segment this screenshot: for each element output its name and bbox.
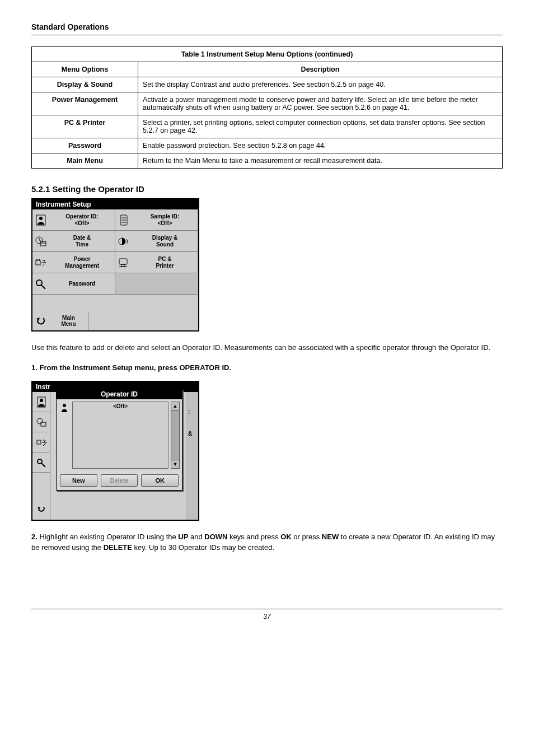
main-menu-button[interactable]: Main Menu <box>49 311 88 330</box>
step-2-text: Highlight an existing Operator ID using … <box>31 533 495 551</box>
right-strip: : & <box>186 392 198 520</box>
table-cell-option: PC & Printer <box>32 115 138 138</box>
svg-rect-14 <box>39 259 40 260</box>
power-label-1: Power <box>73 256 90 263</box>
main-menu-label-2: Menu <box>61 321 76 328</box>
table-row: PC & Printer Select a printer, set print… <box>32 115 503 138</box>
table-cell-option: Power Management <box>32 92 138 115</box>
table-header-desc: Description <box>138 62 503 77</box>
new-button[interactable]: New <box>60 474 97 487</box>
table-caption: Table 1 Instrument Setup Menu Options (c… <box>181 50 353 58</box>
power-mgmt-button[interactable]: Power Management <box>49 252 115 273</box>
table-row: Display & Sound Set the display Contrast… <box>32 77 503 92</box>
date-label-1: Date & <box>73 235 91 241</box>
table-cell-desc: Activate a power management mode to cons… <box>138 92 503 115</box>
display-label-2: Sound <box>156 241 174 248</box>
right-tag-2: & <box>186 431 198 437</box>
operator-id-list[interactable]: <Off> <box>72 402 168 469</box>
svg-point-22 <box>37 418 43 424</box>
step-2: 2. Highlight an existing Operator ID usi… <box>31 532 503 552</box>
pc-label-2: Printer <box>156 263 174 269</box>
ok-button[interactable]: OK <box>141 474 179 487</box>
sample-id-button[interactable]: Sample ID: <Off> <box>132 209 198 231</box>
password-icon <box>32 273 49 295</box>
pc-printer-button[interactable]: PC & Printer <box>132 252 198 273</box>
date-time-icon <box>32 231 49 252</box>
table-cell-option: Password <box>32 138 138 153</box>
operator-id-button[interactable]: Operator ID: <Off> <box>49 209 115 231</box>
setup-options-table: Table 1 Instrument Setup Menu Options (c… <box>31 46 503 169</box>
empty-cell <box>132 273 198 295</box>
side-power-icon <box>32 432 50 452</box>
display-label-1: Display & <box>152 235 178 241</box>
table-cell-option: Main Menu <box>32 153 138 169</box>
figure1-titlebar: Instrument Setup <box>32 199 198 209</box>
sample-id-icon <box>115 209 132 231</box>
side-date-icon <box>32 412 50 432</box>
pc-printer-icon <box>115 252 132 273</box>
scroll-up-button[interactable]: ▲ <box>171 402 180 410</box>
main-menu-label-1: Main <box>62 315 75 321</box>
empty-cell <box>115 273 132 295</box>
instrument-setup-figure: Instrument Setup Operator ID: <Off> Samp… <box>31 198 199 332</box>
table-cell-desc: Enable password protection. See section … <box>138 138 503 153</box>
svg-rect-13 <box>36 259 38 260</box>
side-back-icon <box>32 500 50 520</box>
operator-id-label-2: <Off> <box>74 220 89 227</box>
svg-line-19 <box>41 284 45 289</box>
password-label: Password <box>69 281 95 287</box>
section-title-text: Setting the Operator ID <box>53 184 144 194</box>
table-header-option: Menu Options <box>32 62 138 77</box>
scroll-track[interactable] <box>171 410 180 460</box>
list-item-off[interactable]: <Off> <box>73 403 168 409</box>
operator-id-icon <box>32 209 49 231</box>
section-number: 5.2.1 <box>31 184 50 194</box>
svg-rect-16 <box>121 264 125 267</box>
sample-id-label-2: <Off> <box>157 220 172 227</box>
date-time-button[interactable]: Date & Time <box>49 231 115 252</box>
sample-id-label-1: Sample ID: <box>151 213 180 220</box>
display-sound-button[interactable]: Display & Sound <box>132 231 198 252</box>
svg-rect-24 <box>37 440 41 444</box>
svg-point-1 <box>39 217 43 220</box>
display-sound-icon <box>115 231 132 252</box>
operator-id-popup-figure: Instr <box>31 381 199 521</box>
table-cell-desc: Return to the Main Menu to take a measur… <box>138 153 503 169</box>
svg-point-27 <box>63 404 66 407</box>
svg-line-26 <box>41 463 45 467</box>
password-button[interactable]: Password <box>49 273 115 295</box>
table-row: Main Menu Return to the Main Menu to tak… <box>32 153 503 169</box>
power-mgmt-icon <box>32 252 49 273</box>
back-icon <box>32 311 49 330</box>
table-cell-desc: Select a printer, set printing options, … <box>138 115 503 138</box>
svg-rect-15 <box>119 259 127 264</box>
section-intro-para: Use this feature to add or delete and se… <box>31 343 503 353</box>
table-cell-option: Display & Sound <box>32 77 138 92</box>
svg-point-25 <box>38 459 42 464</box>
section-heading: 5.2.1 Setting the Operator ID <box>31 184 503 194</box>
pc-label-1: PC & <box>158 256 172 263</box>
popup-title: Operator ID <box>57 389 182 399</box>
svg-rect-9 <box>40 241 46 246</box>
table-cell-desc: Set the display Contrast and audio prefe… <box>138 77 503 92</box>
svg-rect-12 <box>36 260 40 265</box>
svg-point-21 <box>40 399 43 402</box>
operator-id-label-1: Operator ID: <box>65 213 98 220</box>
delete-button[interactable]: Delete <box>101 474 138 487</box>
power-label-2: Management <box>65 263 99 269</box>
table-row: Password Enable password protection. See… <box>32 138 503 153</box>
table-row: Power Management Activate a power manage… <box>32 92 503 115</box>
scroll-down-button[interactable]: ▼ <box>171 460 180 469</box>
step-1: 1. From the Instrument Setup menu, press… <box>31 363 231 372</box>
right-tag-1: : <box>186 409 198 415</box>
scrollbar[interactable]: ▲ ▼ <box>171 402 180 469</box>
date-label-2: Time <box>76 241 88 248</box>
page-number: 37 <box>31 609 503 620</box>
running-head: Standard Operations <box>31 22 503 35</box>
popup-list-icon <box>59 402 70 469</box>
side-password-icon <box>32 452 50 473</box>
operator-id-popup: Operator ID <Off> ▲ ▼ New <box>56 389 182 491</box>
side-operator-icon <box>32 392 50 412</box>
